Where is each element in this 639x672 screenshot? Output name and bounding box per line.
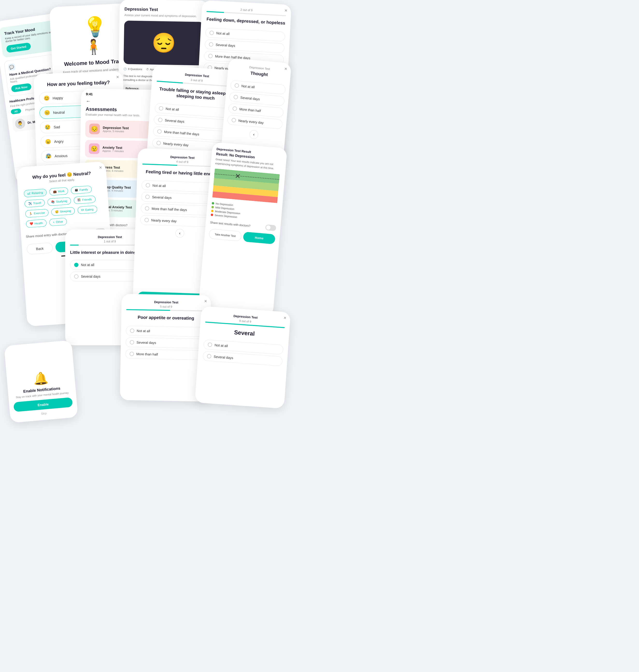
tag-exercise[interactable]: 🏃Exercise	[25, 209, 49, 218]
option-several-days[interactable]: Several days	[126, 338, 205, 349]
question-text: Feeling down, depressed, or hopeless	[206, 16, 286, 26]
tab-all[interactable]: All	[11, 108, 21, 114]
result-chart	[212, 169, 280, 203]
option-nearly-every[interactable]: Nearly every day	[227, 115, 283, 129]
close-button[interactable]: ×	[204, 299, 207, 303]
tag-studying[interactable]: 📚Studying	[47, 197, 71, 206]
tag-eating[interactable]: 🍽Eating	[77, 205, 97, 214]
share-toggle[interactable]	[265, 224, 276, 231]
option-several-days[interactable]: Several days	[205, 40, 285, 53]
question-text: Poor appetite or overeating	[126, 314, 206, 322]
close-button[interactable]: ×	[116, 74, 119, 79]
option-not-at-all[interactable]: Not at all	[126, 326, 206, 337]
take-another-button[interactable]: Take Another Test	[209, 229, 242, 241]
screen-depression-several: Depression Test × 9 out of 9 Several Not…	[194, 306, 291, 409]
test-title: Depression Test	[126, 300, 206, 305]
tag-health[interactable]: ❤️Health	[26, 219, 47, 228]
close-button[interactable]: ×	[99, 165, 102, 170]
get-started-button[interactable]: Get Started	[6, 42, 31, 53]
share-label: Share test results with doctors?	[210, 221, 250, 228]
close-button[interactable]: ×	[284, 8, 287, 13]
status-time: 9:41	[86, 92, 93, 96]
tag-work[interactable]: 💼Work	[49, 187, 68, 196]
share-mood-label: Share mood entry with doctors?	[26, 232, 70, 238]
screen-depression-result: Depression Test Result Result: No Depres…	[198, 142, 287, 317]
enable-button[interactable]: Enable	[13, 397, 73, 412]
close-button[interactable]: ×	[283, 315, 287, 320]
close-button[interactable]: ×	[284, 66, 287, 71]
prev-button[interactable]: ‹	[249, 130, 259, 139]
progress-label: 5 out of 9	[126, 304, 206, 309]
option-not-at-all[interactable]: Not at all	[205, 28, 285, 42]
question-text: Several	[204, 327, 284, 339]
tag-friends[interactable]: 👫Friends	[74, 196, 96, 204]
tag-relaxing[interactable]: 🛋Relaxing	[24, 189, 47, 197]
test-title: Depression Test	[124, 6, 204, 13]
tag-other[interactable]: +Other	[49, 218, 67, 226]
screen-notification: 🔔 Enable Notifications Stay on track wit…	[4, 340, 78, 423]
home-button[interactable]: Home	[243, 232, 276, 244]
question-text: Trouble falling or staying asleep, or sl…	[156, 86, 236, 103]
option-more-than-half[interactable]: More than half	[125, 349, 205, 360]
tag-sleeping[interactable]: 😴Sleeping	[51, 207, 75, 216]
questions-count: 9 Questions	[128, 68, 142, 71]
progress-fill	[206, 11, 224, 13]
prev-button[interactable]: ‹	[175, 229, 184, 238]
test-subtitle: Assess your current mood and symptoms of…	[124, 13, 204, 19]
ask-now-button[interactable]: Ask Now	[11, 83, 32, 93]
tag-family[interactable]: 👨‍👩‍👧Family	[71, 185, 92, 194]
mood-question: How are you feeling today?	[38, 79, 118, 88]
tag-travel[interactable]: ✈️Travel	[25, 199, 45, 208]
back-button[interactable]: Back	[27, 243, 53, 254]
